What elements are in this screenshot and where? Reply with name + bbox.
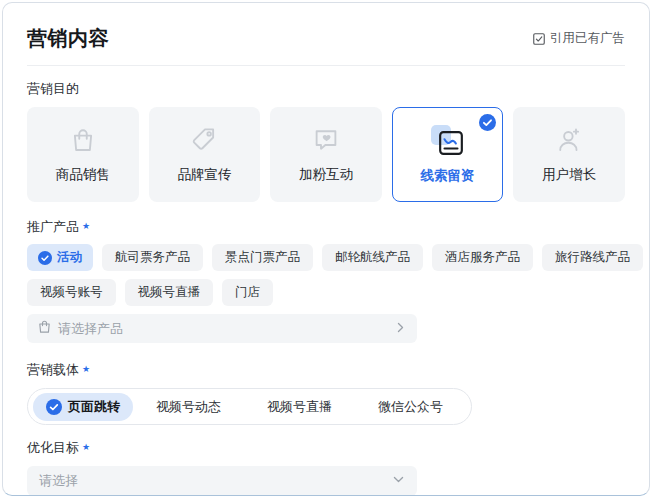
purpose-card-product-sales[interactable]: 商品销售 [27,107,139,202]
check-circle-icon [38,251,52,265]
purpose-card-user-growth[interactable]: 用户增长 [513,107,625,202]
product-tag-row-1: 活动 航司票务产品 景点门票产品 邮轮航线产品 酒店服务产品 旅行路线产品 [27,244,625,271]
price-tag-icon [189,125,219,155]
product-tag-activity[interactable]: 活动 [27,244,93,271]
page-title: 营销内容 [27,25,109,52]
carrier-option-wechat-official[interactable]: 微信公众号 [355,398,466,416]
product-tag-channels-account[interactable]: 视频号账号 [27,279,116,306]
chat-heart-icon [311,125,341,155]
product-picker-placeholder: 请选择产品 [58,320,388,338]
carrier-option-page-jump[interactable]: 页面跳转 [33,393,133,421]
user-plus-icon [554,125,584,155]
goal-select-placeholder: 请选择 [39,472,392,490]
carrier-option-group: 页面跳转 视频号动态 视频号直播 微信公众号 [27,388,472,425]
required-star: ★ [82,364,90,374]
quote-checkbox-icon [532,32,546,46]
shopping-bag-icon [37,319,52,338]
purpose-card-label: 品牌宣传 [177,166,231,184]
chevron-right-icon [394,320,407,338]
carrier-option-channels-live[interactable]: 视频号直播 [244,398,355,416]
product-tag-row-2: 视频号账号 视频号直播 门店 [27,279,625,306]
purpose-card-fan-interaction[interactable]: 加粉互动 [270,107,382,202]
product-section-label: 推广产品★ [27,218,625,236]
goal-select[interactable]: 请选择 [27,466,417,496]
carrier-section-label: 营销载体★ [27,361,625,379]
purpose-card-label: 线索留资 [421,167,475,185]
purpose-card-label: 商品销售 [56,166,110,184]
quote-existing-ad-link[interactable]: 引用已有广告 [532,30,625,47]
purpose-card-label: 加粉互动 [299,166,353,184]
required-star: ★ [82,442,90,452]
product-tag-airline-ticket[interactable]: 航司票务产品 [102,244,203,271]
product-tag-attraction-ticket[interactable]: 景点门票产品 [212,244,313,271]
purpose-card-group: 商品销售 品牌宣传 加粉互动 [27,107,625,202]
check-circle-icon [46,399,62,415]
goal-section-label: 优化目标★ [27,439,625,457]
chart-board-icon [431,125,464,156]
panel-header: 营销内容 引用已有广告 [27,25,625,52]
check-circle-icon [479,114,496,131]
product-picker[interactable]: 请选择产品 [27,314,417,343]
shopping-bag-icon [68,125,98,155]
purpose-section-label: 营销目的 [27,80,625,98]
product-tag-hotel-service[interactable]: 酒店服务产品 [432,244,533,271]
purpose-card-label: 用户增长 [542,166,596,184]
product-tag-store[interactable]: 门店 [222,279,273,306]
product-tag-travel-route[interactable]: 旅行路线产品 [542,244,643,271]
marketing-content-panel: 营销内容 引用已有广告 营销目的 商品销售 [2,2,650,496]
chevron-down-icon [392,472,405,490]
header-divider [27,65,625,66]
carrier-option-channels-moments[interactable]: 视频号动态 [133,398,244,416]
product-tag-channels-live[interactable]: 视频号直播 [125,279,214,306]
required-star: ★ [82,221,90,231]
purpose-card-brand-promotion[interactable]: 品牌宣传 [149,107,261,202]
purpose-card-lead-generation[interactable]: 线索留资 [392,107,504,202]
product-tag-cruise-route[interactable]: 邮轮航线产品 [322,244,423,271]
quote-link-label: 引用已有广告 [550,30,625,47]
